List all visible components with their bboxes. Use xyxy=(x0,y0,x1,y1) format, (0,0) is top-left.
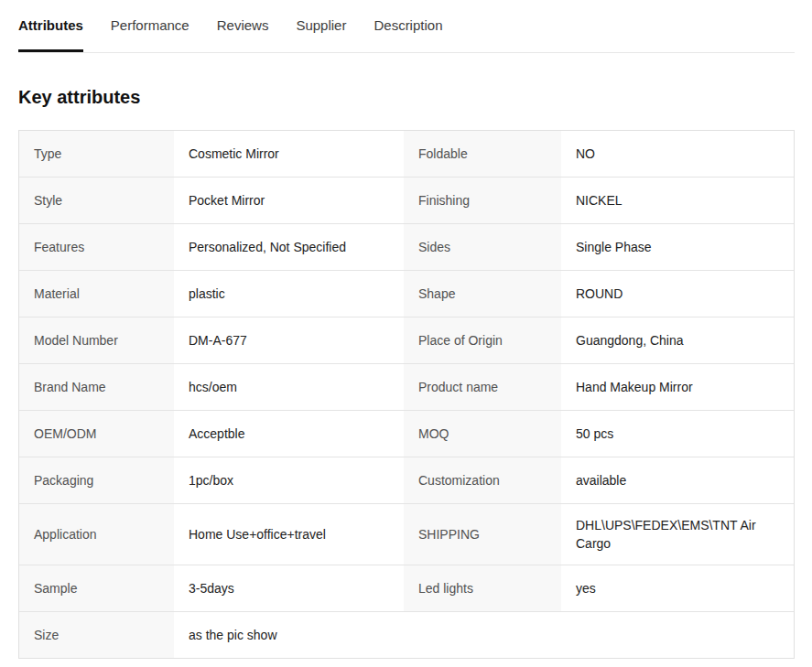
attr-value: 50 pcs xyxy=(561,411,794,457)
attr-label: Customization xyxy=(404,457,561,503)
table-row: Sample 3-5days Led lights yes xyxy=(19,565,794,612)
attr-value: Pocket Mirror xyxy=(174,178,404,223)
attr-value: Hand Makeup Mirror xyxy=(561,364,794,410)
table-row: Model Number DM-A-677 Place of Origin Gu… xyxy=(19,317,794,364)
table-row: Material plastic Shape ROUND xyxy=(19,271,794,317)
attr-value: hcs/oem xyxy=(174,364,404,410)
attr-label: Finishing xyxy=(404,178,561,223)
attr-value: Home Use+office+travel xyxy=(174,504,404,565)
attr-value-empty xyxy=(561,612,794,658)
page-title: Key attributes xyxy=(18,87,794,108)
tab-performance[interactable]: Performance xyxy=(111,0,189,52)
attr-label: Features xyxy=(19,224,174,270)
attr-label: Brand Name xyxy=(19,364,174,410)
attr-value: yes xyxy=(561,565,794,611)
attr-value: Single Phase xyxy=(561,224,794,270)
tab-bar: Attributes Performance Reviews Supplier … xyxy=(18,0,795,53)
attr-label: Material xyxy=(19,271,174,317)
attr-label: Sample xyxy=(19,565,174,611)
tab-attributes[interactable]: Attributes xyxy=(18,0,83,52)
attr-value: NO xyxy=(561,131,794,177)
tab-supplier[interactable]: Supplier xyxy=(296,0,346,52)
attr-label: Place of Origin xyxy=(404,317,561,363)
attr-value: NICKEL xyxy=(561,178,794,223)
attributes-page: Attributes Performance Reviews Supplier … xyxy=(0,0,812,667)
table-row: OEM/ODM Acceptble MOQ 50 pcs xyxy=(19,411,794,457)
table-row: Size as the pic show xyxy=(19,612,794,658)
attr-value: plastic xyxy=(174,271,404,317)
attr-label: Product name xyxy=(404,364,561,410)
attr-label: Sides xyxy=(404,224,561,270)
attr-label: Led lights xyxy=(404,565,561,611)
attr-value: available xyxy=(561,457,794,503)
table-row: Style Pocket Mirror Finishing NICKEL xyxy=(19,178,794,224)
attr-value: DHL\UPS\FEDEX\EMS\TNT Air Cargo xyxy=(561,504,794,565)
attr-value: Personalized, Not Specified xyxy=(174,224,404,270)
attr-label-empty xyxy=(404,612,561,658)
attr-value: as the pic show xyxy=(174,612,404,658)
tab-reviews[interactable]: Reviews xyxy=(217,0,269,52)
attr-value: Cosmetic Mirror xyxy=(174,131,404,177)
attr-label: Type xyxy=(19,131,174,177)
attr-label: Model Number xyxy=(19,317,174,363)
attr-value: 1pc/box xyxy=(174,457,404,503)
key-attributes-table: Type Cosmetic Mirror Foldable NO Style P… xyxy=(18,130,795,659)
attr-value: 3-5days xyxy=(174,565,404,611)
attr-label: Application xyxy=(19,504,174,565)
attr-value: DM-A-677 xyxy=(174,317,404,363)
table-row: Features Personalized, Not Specified Sid… xyxy=(19,224,794,271)
table-row: Packaging 1pc/box Customization availabl… xyxy=(19,457,794,504)
table-row: Type Cosmetic Mirror Foldable NO xyxy=(19,131,794,178)
attr-value: ROUND xyxy=(561,271,794,317)
attr-label: Style xyxy=(19,178,174,223)
attr-value: Guangdong, China xyxy=(561,317,794,363)
attr-label: Size xyxy=(19,612,174,658)
attr-label: SHIPPING xyxy=(404,504,561,565)
table-row: Application Home Use+office+travel SHIPP… xyxy=(19,504,794,565)
attr-label: OEM/ODM xyxy=(19,411,174,457)
tab-description[interactable]: Description xyxy=(374,0,442,52)
attr-label: Foldable xyxy=(404,131,561,177)
attr-label: Packaging xyxy=(19,457,174,503)
attr-label: Shape xyxy=(404,271,561,317)
attr-value: Acceptble xyxy=(174,411,404,457)
attr-label: MOQ xyxy=(404,411,561,457)
table-row: Brand Name hcs/oem Product name Hand Mak… xyxy=(19,364,794,411)
